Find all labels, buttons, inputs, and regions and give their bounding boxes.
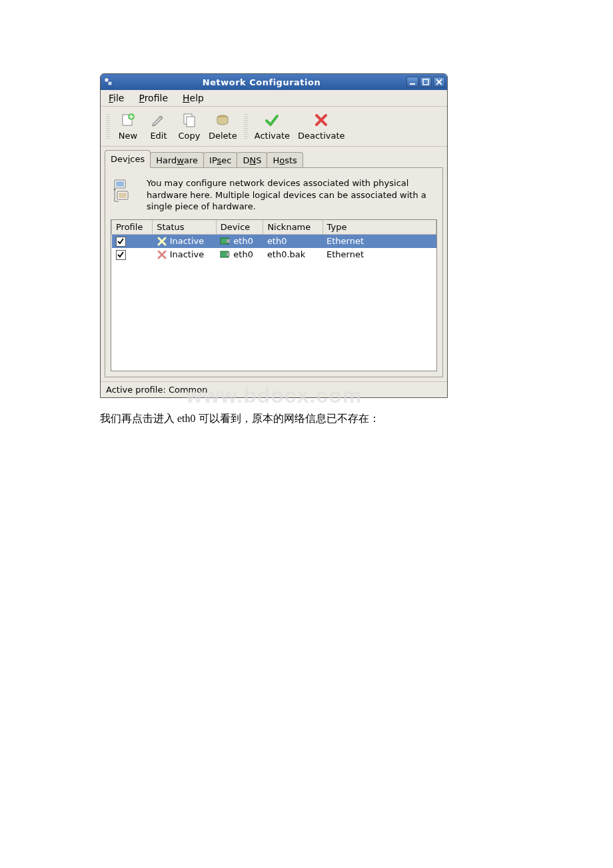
svg-rect-2 [410, 83, 415, 85]
tab-devices[interactable]: Devices [105, 150, 151, 168]
profile-checkbox[interactable] [116, 250, 126, 260]
edit-button[interactable]: Edit [143, 111, 174, 142]
maximize-button[interactable] [420, 77, 432, 87]
new-label: New [119, 131, 137, 141]
status-inactive-icon [157, 249, 167, 260]
deactivate-label: Deactivate [298, 131, 345, 141]
content-area: Devices Hardware IPsec DNS Hosts [101, 147, 447, 381]
status-text: Inactive [170, 249, 205, 259]
status-inactive-icon [157, 236, 167, 247]
menu-help[interactable]: Help [179, 91, 208, 105]
close-button[interactable] [433, 77, 445, 87]
menu-file[interactable]: File [105, 91, 128, 105]
copy-icon [181, 112, 197, 128]
info-row: You may configure network devices associ… [111, 173, 437, 219]
menu-profile[interactable]: Profile [135, 91, 172, 105]
deactivate-icon [313, 112, 329, 128]
edit-label: Edit [150, 131, 167, 141]
activate-icon [264, 112, 280, 128]
status-text: Inactive [170, 236, 205, 246]
toolbar: New Edit Copy Delete Activate [101, 107, 447, 147]
tab-ipsec[interactable]: IPsec [203, 152, 237, 168]
copy-button[interactable]: Copy [174, 111, 205, 142]
table-row[interactable]: Inactiveeth0eth0Ethernet [112, 234, 436, 248]
nic-icon [220, 249, 231, 260]
col-profile[interactable]: Profile [112, 220, 153, 235]
tab-panel-devices: You may configure network devices associ… [105, 167, 443, 377]
new-icon [120, 112, 136, 128]
type-cell: Ethernet [322, 248, 436, 261]
col-type[interactable]: Type [322, 220, 436, 235]
activate-button[interactable]: Activate [251, 111, 294, 142]
col-status[interactable]: Status [153, 220, 217, 235]
devices-table: Profile Status Device Nickname Type Inac… [111, 220, 436, 261]
caption-text: 我们再点击进入 eth0 可以看到，原本的网络信息已不存在： [100, 412, 613, 426]
tab-dns[interactable]: DNS [237, 152, 267, 168]
watermark: www.bdocx.com [100, 383, 448, 408]
network-config-window: Network Configuration File Profile Help … [100, 73, 448, 398]
svg-point-13 [114, 189, 116, 191]
toolbar-grip [106, 114, 110, 139]
svg-rect-15 [227, 239, 230, 243]
tab-strip: Devices Hardware IPsec DNS Hosts [105, 151, 443, 168]
delete-label: Delete [209, 131, 237, 141]
device-name: eth0 [233, 249, 253, 259]
menubar: File Profile Help [101, 90, 447, 107]
network-devices-icon [113, 177, 140, 204]
col-nickname[interactable]: Nickname [263, 220, 322, 235]
toolbar-grip [244, 114, 248, 139]
svg-rect-1 [108, 81, 112, 85]
svg-rect-3 [423, 79, 428, 85]
activate-label: Activate [255, 131, 290, 141]
svg-rect-11 [116, 181, 124, 187]
info-text: You may configure network devices associ… [147, 177, 434, 213]
table-row[interactable]: Inactiveeth0eth0.bakEthernet [112, 248, 436, 261]
nickname-cell: eth0.bak [263, 248, 322, 261]
device-name: eth0 [233, 236, 253, 246]
minimize-button[interactable] [406, 77, 418, 87]
edit-icon [151, 112, 167, 128]
titlebar: Network Configuration [101, 74, 447, 90]
svg-rect-17 [227, 253, 230, 256]
nic-icon [220, 236, 231, 247]
tab-hardware[interactable]: Hardware [150, 152, 204, 168]
window-title: Network Configuration [117, 77, 406, 87]
deactivate-button[interactable]: Deactivate [294, 111, 349, 142]
svg-rect-12 [119, 193, 127, 198]
copy-label: Copy [179, 131, 201, 141]
svg-rect-7 [187, 117, 195, 127]
nickname-cell: eth0 [263, 234, 322, 248]
profile-checkbox[interactable] [116, 237, 126, 247]
tab-hosts[interactable]: Hosts [267, 152, 303, 168]
new-button[interactable]: New [113, 111, 143, 142]
window-app-icon [103, 77, 114, 87]
delete-button[interactable]: Delete [205, 111, 241, 142]
type-cell: Ethernet [322, 234, 436, 248]
col-device[interactable]: Device [216, 220, 263, 235]
delete-icon [215, 112, 231, 128]
devices-table-wrap: Profile Status Device Nickname Type Inac… [111, 219, 437, 371]
